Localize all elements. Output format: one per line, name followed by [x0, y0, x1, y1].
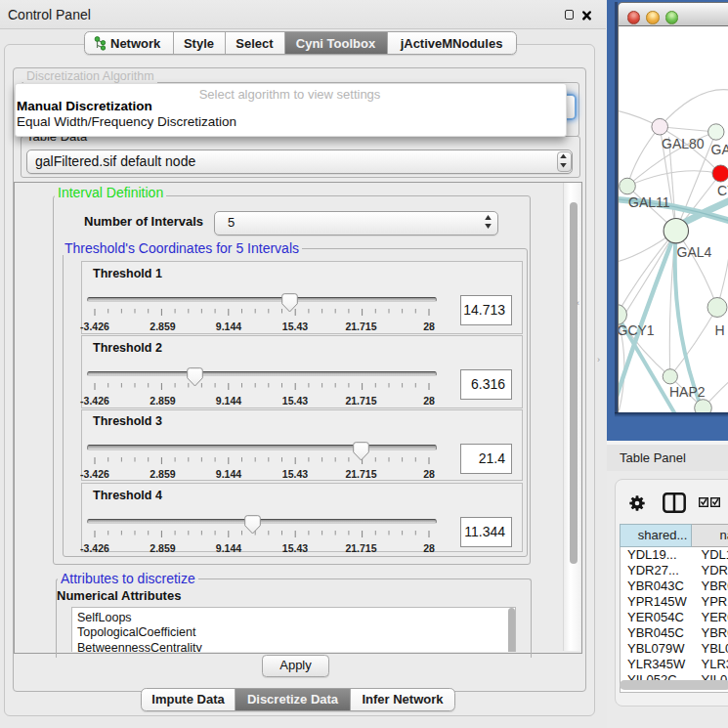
svg-text:CY: CY — [717, 183, 728, 198]
svg-text:H: H — [714, 322, 724, 338]
svg-text:GA: GA — [710, 142, 728, 157]
svg-text:GCY1: GCY1 — [619, 322, 655, 338]
svg-text:HAP2: HAP2 — [669, 384, 706, 400]
svg-text:GAL4: GAL4 — [676, 244, 711, 260]
svg-text:GAL80: GAL80 — [662, 136, 705, 151]
svg-text:GAL11: GAL11 — [628, 194, 670, 210]
